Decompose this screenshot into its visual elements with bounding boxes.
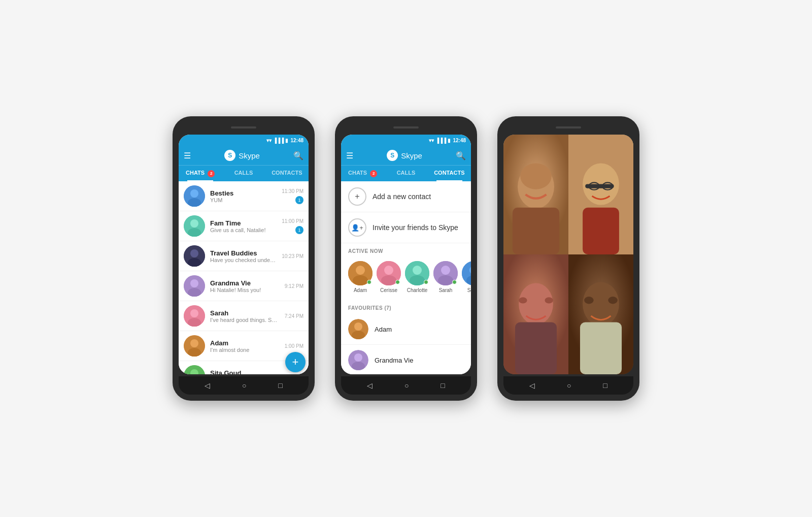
svg-point-1 xyxy=(190,189,198,198)
search-icon-2[interactable]: 🔍 xyxy=(456,151,466,160)
svg-point-4 xyxy=(190,219,198,228)
menu-icon-2[interactable]: ☰ xyxy=(346,151,353,160)
fav-adam-avatar xyxy=(348,319,368,339)
phone-nav-bar: ◁ ○ □ xyxy=(179,376,309,395)
skype-logo-icon-2: S xyxy=(387,150,398,161)
svg-point-63 xyxy=(584,297,593,304)
chat-item-travel[interactable]: Travel Buddies Have you checked under th… xyxy=(179,241,309,271)
chat-meta-grandma: 9:12 PM xyxy=(285,283,303,289)
recent-button-2[interactable]: □ xyxy=(441,381,445,390)
active-contact-cerisse[interactable]: Cerisse xyxy=(377,261,401,293)
active-contact-seren[interactable]: Seren xyxy=(462,261,471,293)
active-contact-sarah[interactable]: Sarah xyxy=(433,261,458,293)
battery-icon: ▮ xyxy=(285,138,288,143)
video-cell-tl xyxy=(503,135,568,254)
phone-speaker-3 xyxy=(556,126,581,128)
svg-point-10 xyxy=(190,279,198,287)
active-contact-charlotte[interactable]: Charlotte xyxy=(405,261,429,293)
active-avatar-wrap-seren xyxy=(462,261,471,285)
svg-point-25 xyxy=(384,266,393,275)
add-contact-icon: + xyxy=(348,187,366,206)
fav-adam-row[interactable]: Adam xyxy=(341,314,471,345)
phone-video: ◁ ○ □ xyxy=(497,116,639,401)
video-inner-tr xyxy=(568,135,633,254)
invite-friends-action[interactable]: 👤+ Invite your friends to Skype xyxy=(341,212,471,243)
tab-calls-2[interactable]: CALLS xyxy=(384,166,427,181)
fav-grandma-row[interactable]: Grandma Vie xyxy=(341,345,471,374)
active-name-cerisse: Cerisse xyxy=(380,287,397,293)
svg-point-22 xyxy=(356,266,365,275)
battery-icon-2: ▮ xyxy=(448,138,451,143)
chat-item-grandma[interactable]: Grandma Vie Hi Natalie! Miss you! 9:12 P… xyxy=(179,271,309,301)
tab-calls[interactable]: CALLS xyxy=(222,166,265,181)
svg-point-59 xyxy=(545,297,553,303)
status-bar: ▾▾ ▐▐▐ ▮ 12:48 xyxy=(179,135,309,146)
svg-point-23 xyxy=(353,275,368,285)
wifi-icon-2: ▾▾ xyxy=(429,138,434,143)
add-contact-action[interactable]: + Add a new contact xyxy=(341,181,471,212)
chat-item-sarah[interactable]: Sarah I've heard good things. Serena sai… xyxy=(179,301,309,331)
svg-point-32 xyxy=(438,275,453,285)
fab-button[interactable]: + xyxy=(285,352,306,372)
back-button[interactable]: ◁ xyxy=(205,381,210,390)
phone-screen-contacts: ▾▾ ▐▐▐ ▮ 12:48 ☰ S Skype 🔍 CHATS 2 xyxy=(341,135,471,374)
phone-contacts: ▾▾ ▐▐▐ ▮ 12:48 ☰ S Skype 🔍 CHATS 2 xyxy=(335,116,477,401)
invite-friends-label: Invite your friends to Skype xyxy=(373,223,458,232)
skype-logo-2: S Skype xyxy=(387,150,422,161)
search-icon[interactable]: 🔍 xyxy=(293,151,303,160)
tabs-chats: CHATS 2 CALLS CONTACTS xyxy=(179,165,309,181)
online-dot-cerisse xyxy=(395,280,400,284)
phone-nav-bar-2: ◁ ○ □ xyxy=(341,376,471,395)
video-cell-bl xyxy=(503,254,568,374)
tab-chats-2[interactable]: CHATS 2 xyxy=(341,166,384,181)
chat-name-travel: Travel Buddies xyxy=(210,249,277,257)
signal-icon: ▐▐▐ xyxy=(273,138,284,143)
back-button-2[interactable]: ◁ xyxy=(367,381,373,390)
video-cell-tr xyxy=(568,135,633,254)
tab-contacts-2[interactable]: CONTACTS xyxy=(428,166,471,181)
avatar-travel xyxy=(184,245,205,267)
add-contact-label: Add a new contact xyxy=(373,192,431,201)
menu-icon[interactable]: ☰ xyxy=(184,151,191,160)
chat-preview-besties: YUM xyxy=(210,197,277,203)
recent-button[interactable]: □ xyxy=(278,381,282,390)
svg-point-16 xyxy=(190,339,198,347)
tab-contacts[interactable]: CONTACTS xyxy=(265,166,309,181)
active-name-sarah: Sarah xyxy=(439,287,453,293)
svg-rect-62 xyxy=(580,322,622,374)
status-time: 12:48 xyxy=(290,138,303,143)
recent-button-3[interactable]: □ xyxy=(603,381,607,390)
fav-grandma-avatar xyxy=(348,350,368,370)
svg-point-26 xyxy=(381,275,396,285)
tab-chats[interactable]: CHATS 2 xyxy=(179,166,222,181)
svg-point-13 xyxy=(190,309,198,317)
status-bar-2: ▾▾ ▐▐▐ ▮ 12:48 xyxy=(341,135,471,146)
video-inner-tl xyxy=(503,135,568,254)
online-dot-sarah xyxy=(452,280,457,284)
svg-point-7 xyxy=(190,249,198,257)
chat-time-grandma: 9:12 PM xyxy=(285,283,303,289)
chat-meta-sarah: 7:24 PM xyxy=(285,313,303,319)
phone-nav-bar-3: ◁ ○ □ xyxy=(503,376,633,395)
active-name-seren: Seren xyxy=(467,287,471,293)
home-button[interactable]: ○ xyxy=(242,381,246,390)
svg-point-29 xyxy=(410,275,425,285)
chat-item-besties[interactable]: Besties YUM 11:30 PM 1 xyxy=(179,181,309,211)
back-button-3[interactable]: ◁ xyxy=(529,381,535,390)
skype-header-2: ☰ S Skype 🔍 xyxy=(341,146,471,165)
svg-point-37 xyxy=(354,322,362,331)
active-contact-adam[interactable]: Adam xyxy=(348,261,373,293)
svg-point-47 xyxy=(520,163,552,189)
home-button-2[interactable]: ○ xyxy=(404,381,409,390)
active-avatar-wrap-adam xyxy=(348,261,373,285)
chats-badge-2: 2 xyxy=(370,170,377,177)
chat-name-sita: Sita Goud xyxy=(210,369,298,375)
chat-item-famtime[interactable]: Fam Time Give us a call, Natalie! 11:00 … xyxy=(179,211,309,241)
chat-preview-famtime: Give us a call, Natalie! xyxy=(210,227,277,233)
active-avatar-wrap-charlotte xyxy=(405,261,429,285)
video-grid xyxy=(503,135,633,374)
chat-info-adam: Adam I'm almost done xyxy=(210,339,280,353)
skype-logo-text-2: Skype xyxy=(401,151,422,160)
home-button-3[interactable]: ○ xyxy=(567,381,571,390)
svg-point-58 xyxy=(519,297,527,303)
